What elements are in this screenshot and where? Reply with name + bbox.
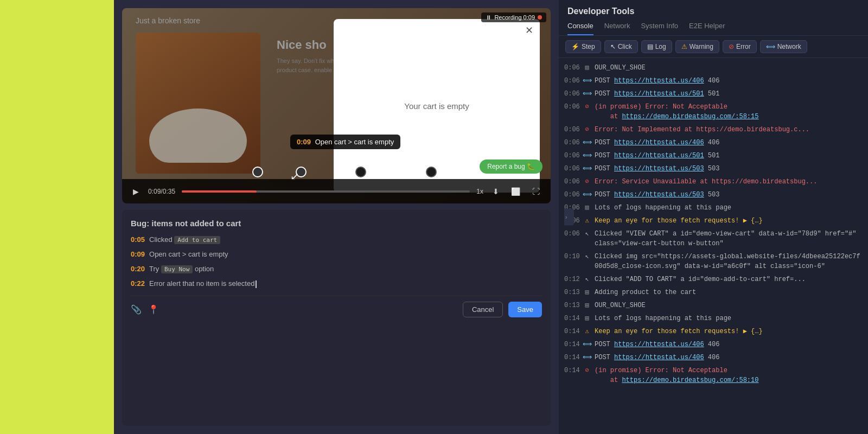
progress-bar[interactable]	[182, 190, 470, 193]
warning-type-icon: ⚠	[583, 216, 591, 226]
timeline-marker-3[interactable]	[355, 167, 366, 177]
expand-panel[interactable]: ›	[564, 209, 574, 226]
network-type-icon: ⟺	[583, 190, 591, 200]
cart-empty-text: Your cart is empty	[404, 101, 469, 111]
tool-log-button[interactable]: ▤ Log	[641, 40, 672, 53]
step-text-2: Open cart > cart is empty	[149, 250, 228, 258]
time-display: 0:09/0:35	[148, 188, 175, 195]
cancel-button[interactable]: Cancel	[463, 302, 503, 317]
tool-click-button[interactable]: ↖ Click	[604, 40, 638, 53]
footer-icons: 📎 📍	[131, 304, 159, 315]
error-icon: ⊘	[729, 43, 734, 50]
video-tooltip: 0:09 Open cart > cart is empty	[290, 135, 400, 149]
tooltip-text: Open cart > cart is empty	[315, 138, 394, 146]
bug-step-4: 0:22 Error alert that no item is selecte…	[131, 279, 542, 288]
log-row: 0:14 ▤ Lots of logs happening at this pa…	[559, 312, 868, 325]
recording-dot	[538, 15, 542, 20]
log-type-icon: ▤	[583, 63, 591, 73]
dev-tools-title: Developer Tools	[567, 7, 859, 16]
save-button[interactable]: Save	[508, 302, 542, 317]
log-row: 0:14 ⊘ (in promise) Error: Not Acceptabl…	[559, 364, 868, 387]
fullscreen-button[interactable]: ⛶	[529, 186, 542, 197]
log-row: 0:06 ▤ Lots of logs happening at this pa…	[559, 201, 868, 214]
step-label: Step	[582, 43, 595, 50]
click-icon: ↖	[610, 43, 616, 50]
footer-actions: Cancel Save	[463, 302, 542, 317]
log-row: 0:06 ⟺ POST https://httpstat.us/406 406	[559, 74, 868, 87]
bug-step-1: 0:05 Clicked Add to cart	[131, 235, 542, 244]
modal-close-button[interactable]: ✕	[525, 24, 533, 36]
tool-error-button[interactable]: ⊘ Error	[723, 40, 757, 53]
error-type-icon: ⊘	[583, 366, 591, 375]
log-row: 0:06 ⚠ Keep an eye for those fetch reque…	[559, 214, 868, 227]
recording-label: Recording 0:09	[494, 14, 535, 21]
log-label: Log	[655, 43, 666, 50]
location-button[interactable]: 📍	[148, 304, 159, 315]
theater-button[interactable]: ⬜	[508, 186, 523, 197]
dev-tools-header: Developer Tools Console Network System I…	[559, 0, 868, 36]
log-row: 0:13 ▤ OUR_ONLY_SHOE	[559, 299, 868, 312]
log-row: 0:14 ⚠ Keep an eye for those fetch reque…	[559, 325, 868, 338]
log-row: 0:06 ↖ Clicked "VIEW CART" a id="demo-vi…	[559, 227, 868, 250]
dev-toolbar: ⚡ Step ↖ Click ▤ Log ⚠ Warning ⊘ Error ⟺…	[559, 36, 868, 58]
tab-console[interactable]: Console	[567, 22, 593, 35]
progress-fill	[182, 190, 257, 193]
step-text-1: Clicked Add to cart	[149, 235, 220, 244]
click-type-icon: ↖	[583, 275, 591, 284]
bug-title: Bug: items not added to cart	[131, 219, 542, 228]
tool-network-button[interactable]: ⟺ Network	[760, 40, 807, 53]
log-row: 0:13 ▤ Adding product to the cart	[559, 286, 868, 299]
tab-system-info[interactable]: System Info	[641, 22, 678, 35]
error-label: Error	[736, 43, 751, 50]
log-row: 0:06 ⊘ (in promise) Error: Not Acceptabl…	[559, 100, 868, 123]
step-icon: ⚡	[571, 43, 579, 50]
warning-label: Warning	[690, 43, 713, 50]
dev-tools-tabs: Console Network System Info E2E Helper	[567, 22, 859, 35]
warning-icon: ⚠	[681, 43, 687, 50]
network-type-icon: ⟺	[583, 89, 591, 99]
log-row: 0:06 ⊘ Error: Not Implemented at https:/…	[559, 123, 868, 136]
play-button[interactable]: ▶	[130, 186, 142, 197]
recording-badge: ⏸ Recording 0:09	[481, 12, 546, 22]
step-time-1: 0:05	[131, 235, 145, 244]
network-type-icon: ⟺	[583, 138, 591, 148]
developer-tools-panel: Developer Tools Console Network System I…	[559, 0, 868, 434]
click-label: Click	[618, 43, 632, 50]
network-type-icon: ⟺	[583, 353, 591, 362]
log-row: 0:06 ⊘ Error: Service Unavailable at htt…	[559, 175, 868, 188]
bug-footer: 📎 📍 Cancel Save	[131, 296, 542, 317]
bug-step-3: 0:20 Try Buy Now option	[131, 265, 542, 273]
tab-e2e-helper[interactable]: E2E Helper	[689, 22, 725, 35]
network-type-icon: ⟺	[583, 76, 591, 86]
error-type-icon: ⊘	[583, 177, 591, 187]
log-row: 0:10 ↖ Clicked img src="https://assets-g…	[559, 250, 868, 273]
step-time-2: 0:09	[131, 250, 145, 258]
download-button[interactable]: ⬇	[490, 186, 502, 197]
video-area: Just a broken store Nice sho They say. D…	[122, 8, 551, 203]
tool-warning-button[interactable]: ⚠ Warning	[675, 40, 719, 53]
warning-type-icon: ⚠	[583, 327, 591, 336]
step-time-3: 0:20	[131, 265, 145, 273]
buy-now-badge: Buy Now	[161, 265, 193, 273]
speed-badge[interactable]: 1x	[476, 188, 483, 195]
step-text-3: Try Buy Now option	[149, 265, 214, 273]
timeline-marker-1[interactable]	[252, 167, 263, 177]
log-type-icon: ▤	[583, 301, 591, 310]
log-type-icon: ▤	[583, 288, 591, 297]
dev-log[interactable]: 0:06 ▤ OUR_ONLY_SHOE 0:06 ⟺ POST https:/…	[559, 58, 868, 434]
error-type-icon: ⊘	[583, 125, 591, 135]
click-type-icon: ↖	[583, 229, 591, 239]
timeline-marker-4[interactable]	[426, 167, 437, 177]
tab-network[interactable]: Network	[604, 22, 630, 35]
tool-step-button[interactable]: ⚡ Step	[565, 40, 601, 53]
bug-step-2: 0:09 Open cart > cart is empty	[131, 250, 542, 258]
network-type-icon: ⟺	[583, 151, 591, 161]
log-row: 0:06 ⟺ POST https://httpstat.us/503 503	[559, 188, 868, 201]
step-time-4: 0:22	[131, 279, 145, 288]
log-row: 0:06 ⟺ POST https://httpstat.us/503 503	[559, 162, 868, 175]
attachment-button[interactable]: 📎	[131, 304, 142, 315]
log-row: 0:14 ⟺ POST https://httpstat.us/406 406	[559, 338, 868, 351]
log-row: 0:12 ↖ Clicked "ADD TO CART" a id="demo-…	[559, 273, 868, 286]
log-row: 0:06 ⟺ POST https://httpstat.us/501 501	[559, 149, 868, 162]
network-type-icon: ⟺	[583, 340, 591, 349]
